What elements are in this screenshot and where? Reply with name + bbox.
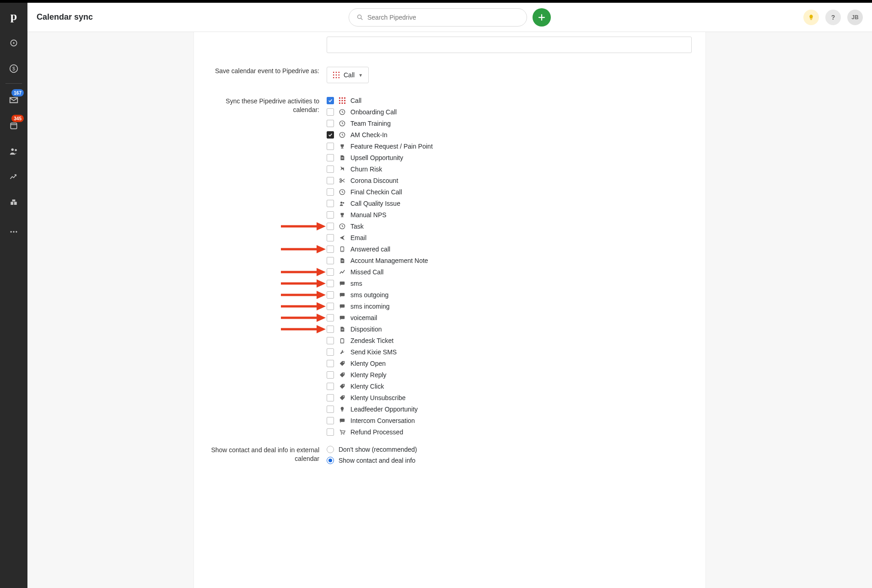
doc-icon: [339, 326, 346, 333]
activity-checkbox[interactable]: [327, 223, 334, 230]
svg-rect-7: [11, 202, 13, 205]
activity-row: Corona Discount: [327, 177, 692, 184]
svg-rect-9: [12, 199, 16, 201]
sidebar-item-deals[interactable]: $: [0, 56, 27, 81]
logo-pipedrive[interactable]: p: [0, 3, 27, 30]
activity-checkbox[interactable]: [327, 348, 334, 356]
activity-checkbox[interactable]: [327, 291, 334, 299]
activity-label: Klenty Open: [350, 360, 386, 367]
save-event-value: Call: [344, 71, 355, 79]
row-save-event: Save calendar event to Pipedrive as: Cal…: [208, 67, 692, 83]
activity-checkbox[interactable]: [327, 108, 334, 116]
spark-icon: [339, 268, 346, 276]
sidebar-item-leads[interactable]: [0, 30, 27, 56]
activity-label: Upsell Opportunity: [350, 154, 403, 161]
top-header: Calendar sync ? JB: [27, 3, 872, 32]
sidebar-item-products[interactable]: [0, 190, 27, 215]
activity-label: voicemail: [350, 314, 377, 321]
activity-checkbox[interactable]: [327, 257, 334, 264]
activity-checkbox[interactable]: [327, 177, 334, 184]
activity-checkbox[interactable]: [327, 211, 334, 219]
radio-button[interactable]: [327, 446, 334, 453]
activity-checkbox[interactable]: [327, 234, 334, 241]
activity-checkbox[interactable]: [327, 120, 334, 127]
content-area: Save calendar event to Pipedrive as: Cal…: [27, 32, 872, 588]
chat-icon: [339, 280, 346, 287]
sidebar-item-mail[interactable]: 167: [0, 87, 27, 113]
activity-checkbox[interactable]: [327, 280, 334, 287]
activity-label: Call: [350, 97, 361, 104]
activity-checkbox[interactable]: [327, 428, 334, 436]
activity-checkbox[interactable]: [327, 246, 334, 253]
activity-checkbox[interactable]: [327, 371, 334, 379]
activity-label: Klenty Unsubscribe: [350, 394, 406, 401]
activity-checkbox[interactable]: [327, 131, 334, 139]
radio-label: Don't show (recommended): [339, 446, 417, 453]
activity-label: AM Check-In: [350, 131, 388, 139]
scissors-icon: [339, 177, 346, 184]
activity-checkbox[interactable]: [327, 314, 334, 321]
search-icon: [356, 14, 364, 21]
activity-label: Onboarding Call: [350, 108, 397, 116]
callout-arrow-icon: [280, 313, 326, 323]
sidebar-item-activities[interactable]: 345: [0, 113, 27, 139]
activity-row: Onboarding Call: [327, 108, 692, 116]
activity-checkbox[interactable]: [327, 417, 334, 424]
search-input[interactable]: [367, 14, 519, 21]
activity-label: Feature Request / Pain Point: [350, 143, 433, 150]
tag-icon: [339, 394, 346, 401]
radio-row: Show contact and deal info: [327, 457, 692, 464]
row-show-info: Show contact and deal info in external c…: [208, 446, 692, 464]
activity-row: Call Quality Issue: [327, 200, 692, 207]
sidebar-item-insights[interactable]: [0, 164, 27, 190]
sidebar-item-contacts[interactable]: [0, 139, 27, 164]
activity-row: Feature Request / Pain Point: [327, 143, 692, 150]
activity-row: voicemail: [327, 314, 692, 321]
svg-rect-20: [339, 75, 339, 75]
activity-checkbox[interactable]: [327, 268, 334, 276]
chat-icon: [339, 417, 346, 424]
activity-label: Corona Discount: [350, 177, 398, 184]
label-sync-activities: Sync these Pipedrive activities to calen…: [208, 97, 327, 114]
preceding-input[interactable]: [327, 37, 692, 53]
activity-checkbox[interactable]: [327, 360, 334, 367]
phone-frame-icon: [339, 246, 346, 253]
svg-point-5: [11, 149, 14, 151]
activity-checkbox[interactable]: [327, 326, 334, 333]
activity-checkbox[interactable]: [327, 406, 334, 413]
radio-button[interactable]: [327, 457, 334, 464]
svg-rect-23: [339, 77, 339, 78]
add-button[interactable]: [533, 8, 551, 27]
activity-row: Refund Processed: [327, 428, 692, 436]
doc-icon: [339, 154, 346, 161]
activity-row: sms outgoing: [327, 291, 692, 299]
activity-row: Task: [327, 223, 692, 230]
avatar[interactable]: JB: [847, 10, 863, 25]
activity-checkbox[interactable]: [327, 383, 334, 390]
help-icon: ?: [831, 14, 835, 21]
help-button[interactable]: ?: [825, 10, 841, 25]
callout-arrow-icon: [280, 324, 326, 334]
activity-label: Klenty Click: [350, 383, 384, 390]
activity-checkbox[interactable]: [327, 166, 334, 173]
activity-checkbox[interactable]: [327, 143, 334, 150]
svg-marker-31: [317, 279, 326, 288]
bulb-icon: [339, 406, 346, 413]
activity-checkbox[interactable]: [327, 188, 334, 196]
activity-row: Zendesk Ticket: [327, 337, 692, 344]
activity-checkbox[interactable]: [327, 200, 334, 207]
callout-arrow-icon: [280, 221, 326, 231]
activity-row: Email: [327, 234, 692, 241]
hint-button[interactable]: [803, 10, 819, 25]
activity-checkbox[interactable]: [327, 97, 334, 104]
sidebar-item-more[interactable]: [0, 219, 27, 245]
activity-checkbox[interactable]: [327, 303, 334, 310]
svg-point-1: [13, 42, 14, 43]
activity-checkbox[interactable]: [327, 394, 334, 401]
save-event-select[interactable]: Call ▼: [327, 67, 369, 83]
tag-icon: [339, 383, 346, 390]
activity-checkbox[interactable]: [327, 337, 334, 344]
activity-checkbox[interactable]: [327, 154, 334, 161]
search-box[interactable]: [349, 8, 527, 27]
clock-icon: [339, 120, 346, 127]
